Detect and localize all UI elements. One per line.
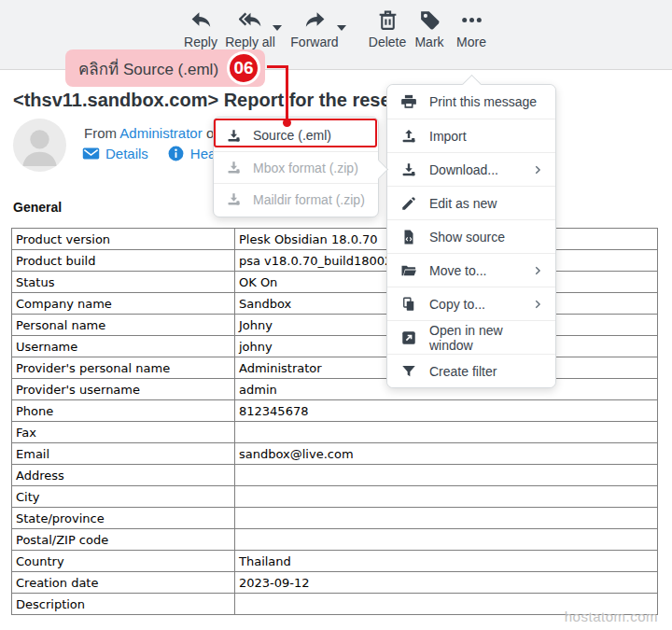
- row-value: 2023-09-12: [235, 572, 658, 594]
- submenu-item-source-eml[interactable]: Source (.eml): [214, 119, 378, 151]
- row-value: sandbox@live.com: [235, 443, 658, 465]
- code-file-icon: [400, 229, 417, 245]
- menu-item-copy-to[interactable]: Copy to...: [387, 287, 555, 320]
- table-row: Creation date2023-09-12: [12, 572, 658, 594]
- row-value: [235, 508, 658, 529]
- menu-item-label: Import: [429, 129, 467, 144]
- folder-open-icon: [400, 262, 417, 279]
- row-value: [235, 465, 658, 486]
- menu-item-label: Move to...: [429, 263, 486, 278]
- row-label: Email: [12, 443, 235, 465]
- annotation-connector-vertical: [286, 65, 288, 122]
- table-row: State/province: [12, 508, 658, 529]
- table-row: Company nameSandbox: [12, 293, 658, 315]
- table-row: Usernamejohny: [12, 336, 658, 357]
- table-row: Personal nameJohny: [12, 315, 658, 336]
- row-label: Company name: [12, 293, 235, 315]
- table-row: Description: [12, 594, 658, 615]
- details-toggle[interactable]: Details: [82, 145, 148, 162]
- menu-item-label: Create filter: [429, 364, 497, 379]
- mark-button[interactable]: Mark: [409, 8, 450, 49]
- table-row: Product versionPlesk Obsidian 18.0.70: [12, 229, 658, 250]
- copy-icon: [400, 296, 417, 313]
- table-row: City: [12, 486, 658, 508]
- reply-all-caret-icon[interactable]: [273, 25, 282, 31]
- table-row: Emailsandbox@live.com: [12, 443, 658, 465]
- row-label: Status: [12, 272, 235, 293]
- download-icon: [400, 161, 417, 178]
- row-label: State/province: [12, 508, 235, 529]
- row-label: City: [12, 486, 235, 508]
- menu-item-label: Download...: [429, 162, 498, 177]
- upload-icon: [400, 128, 417, 145]
- sender-link[interactable]: Administrator: [119, 125, 202, 141]
- delete-button[interactable]: Delete: [365, 8, 410, 49]
- trash-icon: [376, 8, 399, 32]
- download-submenu: Source (.eml) Mbox format (.zip) Maildir…: [213, 117, 379, 217]
- details-label: Details: [105, 146, 148, 161]
- menu-item-label: Print this message: [429, 94, 537, 109]
- toolbar-button-label: Delete: [369, 35, 406, 49]
- toolbar-button-label: Forward: [290, 35, 338, 49]
- menu-item-show-source[interactable]: Show source: [387, 219, 555, 253]
- watermark: hostatom.com: [565, 609, 658, 624]
- row-label: Address: [12, 465, 235, 486]
- chevron-right-icon: [531, 264, 544, 277]
- toolbar-button-label: Mark: [414, 35, 443, 49]
- table-row: StatusOK On: [12, 272, 658, 293]
- row-label: Personal name: [12, 315, 235, 336]
- row-label: Postal/ZIP code: [12, 529, 235, 551]
- row-label: Product version: [12, 229, 235, 250]
- menu-item-move-to[interactable]: Move to...: [387, 253, 555, 287]
- row-label: Provider's username: [12, 379, 235, 400]
- menu-item-download[interactable]: Download...: [387, 152, 555, 186]
- menu-item-create-filter[interactable]: Create filter: [387, 354, 555, 387]
- menu-item-open-new-window[interactable]: Open in new window: [387, 320, 555, 354]
- table-row: Product buildpsa v18.0.70_build180025: [12, 250, 658, 272]
- forward-caret-icon[interactable]: [337, 25, 346, 31]
- table-row: Phone812345678: [12, 400, 658, 422]
- menu-item-edit-as-new[interactable]: Edit as new: [387, 186, 555, 219]
- menu-item-label: Open in new window: [429, 323, 544, 353]
- table-row: Provider's personal nameAdministrator: [12, 357, 658, 379]
- submenu-item-mbox[interactable]: Mbox format (.zip): [214, 151, 378, 183]
- row-value: Thailand: [235, 551, 658, 572]
- tag-icon: [418, 8, 441, 32]
- from-line: From Administrator on: [84, 125, 222, 141]
- more-button[interactable]: More: [451, 8, 492, 49]
- submenu-item-label: Maildir format (.zip): [253, 192, 365, 207]
- row-label: Product build: [12, 250, 235, 272]
- table-row: Address: [12, 465, 658, 486]
- row-value: 812345678: [235, 400, 658, 422]
- reply-all-icon: [239, 8, 262, 32]
- download-icon: [226, 160, 242, 175]
- row-label: Country: [12, 551, 235, 572]
- reply-button[interactable]: Reply: [176, 8, 225, 49]
- toolbar-button-label: Reply: [184, 35, 217, 49]
- row-label: Provider's personal name: [12, 357, 235, 379]
- row-value: [235, 422, 658, 443]
- menu-item-label: Edit as new: [429, 196, 497, 211]
- toolbar-button-label: Reply all: [225, 35, 275, 49]
- more-dropdown-menu: Print this message Import Download... Ed…: [386, 84, 556, 388]
- menu-item-print[interactable]: Print this message: [387, 85, 555, 119]
- table-row: Provider's usernameadmin: [12, 379, 658, 400]
- submenu-item-maildir[interactable]: Maildir format (.zip): [214, 183, 378, 215]
- step-badge: 06: [227, 51, 260, 85]
- table-row: Fax: [12, 422, 658, 443]
- download-icon: [226, 191, 242, 207]
- reply-icon: [189, 8, 213, 32]
- envelope-icon: [82, 145, 100, 162]
- ellipsis-icon: [460, 8, 483, 32]
- reply-all-button[interactable]: Reply all: [220, 8, 280, 49]
- chevron-right-icon: [531, 163, 544, 176]
- table-row: Postal/ZIP code: [12, 529, 658, 551]
- submenu-item-label: Mbox format (.zip): [253, 161, 358, 175]
- submenu-item-label: Source (.eml): [253, 128, 331, 143]
- menu-item-import[interactable]: Import: [387, 119, 555, 152]
- section-heading: General: [13, 200, 62, 215]
- row-label: Username: [12, 336, 235, 357]
- mail-message-view: Reply Reply all Forward Delete Mark More…: [0, 0, 672, 630]
- annotation-label: คลิกที่ Source (.eml): [78, 56, 218, 81]
- forward-button[interactable]: Forward: [286, 8, 343, 49]
